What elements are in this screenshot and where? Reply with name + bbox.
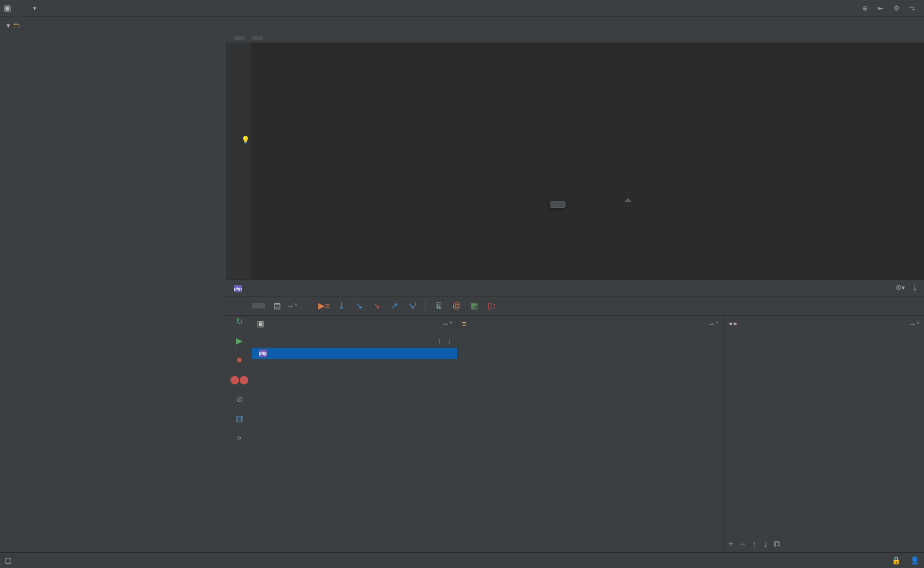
resume-icon[interactable]: ▶ bbox=[234, 335, 245, 346]
tree-root[interactable]: ▼ 🗀 bbox=[0, 18, 226, 33]
collapse-all-icon[interactable]: ⇤ bbox=[876, 4, 885, 13]
arrow-right-icon[interactable]: →* bbox=[441, 320, 452, 329]
frames-panel: ▣ →* ↑ ↓ php bbox=[252, 316, 457, 553]
watch-up-icon[interactable]: ↑ bbox=[752, 539, 756, 550]
frame-down-icon[interactable]: ↓ bbox=[447, 336, 451, 346]
watches-toolbar: + − ↑ ↓ ⧉ bbox=[723, 536, 924, 552]
force-step-into-icon[interactable]: ↘ bbox=[372, 301, 382, 311]
watches-panel: 👓 →* + − ↑ ↓ ⧉ bbox=[723, 316, 924, 553]
evaluate-expression-icon[interactable]: 🖩 bbox=[434, 301, 444, 311]
show-execution-point-icon[interactable]: ▶≡ bbox=[319, 301, 329, 311]
add-watch-icon[interactable]: + bbox=[728, 539, 734, 550]
chevron-down-icon[interactable]: ▼ bbox=[4, 20, 13, 31]
lock-icon[interactable]: 🔒 bbox=[892, 556, 901, 565]
arrow-right-icon[interactable]: →* bbox=[908, 320, 919, 329]
project-tree[interactable]: ▼ 🗀 bbox=[0, 17, 226, 552]
tab-console[interactable]: ▤→* bbox=[267, 298, 304, 314]
arrow-right-icon: →* bbox=[286, 302, 298, 310]
mute-breakpoints-icon[interactable]: ⊘ bbox=[234, 393, 245, 405]
download-icon[interactable]: ⭳ bbox=[910, 283, 919, 292]
folder-icon: 🗀 bbox=[13, 18, 20, 33]
step-over-icon[interactable]: ⤓ bbox=[337, 301, 347, 311]
php-file-icon: php bbox=[234, 283, 245, 292]
step-out-icon[interactable]: ↗ bbox=[389, 301, 400, 311]
breadcrumb-segment[interactable] bbox=[252, 36, 263, 40]
watches-icon: 👓 bbox=[728, 319, 738, 329]
step-into-icon[interactable]: ↘ bbox=[354, 301, 365, 311]
editor-gutter[interactable] bbox=[226, 42, 251, 279]
at-icon[interactable]: @ bbox=[452, 301, 462, 311]
more-icon[interactable]: » bbox=[234, 432, 245, 443]
debug-left-toolbar: ↻ ▶ ■ ⬤⬤ ⊘ ▥ » bbox=[226, 316, 252, 553]
settings-toggle-icon[interactable]: ▦ bbox=[469, 301, 480, 311]
toolwindow-toggle-icon[interactable]: ▢ bbox=[5, 556, 12, 564]
layout-icon[interactable]: ▥ bbox=[234, 413, 245, 424]
project-icon: ▣ bbox=[4, 3, 11, 13]
gear-icon[interactable]: ⚙ bbox=[892, 4, 901, 13]
frame-row[interactable]: php bbox=[252, 348, 457, 359]
arrow-right-icon[interactable]: →* bbox=[707, 320, 718, 329]
frames-icon: ▣ bbox=[257, 319, 264, 329]
php-file-icon: php bbox=[259, 350, 267, 357]
code-editor[interactable]: 💡 bbox=[226, 42, 924, 279]
remove-watch-icon[interactable]: − bbox=[740, 539, 746, 550]
project-toolwindow-header: ▣ ▾ ⊕ ⇤ ⚙ ⥃ bbox=[0, 0, 924, 17]
stop-icon[interactable]: ■ bbox=[234, 355, 245, 366]
watch-down-icon[interactable]: ↓ bbox=[763, 539, 767, 550]
inline-value-tooltip bbox=[550, 201, 565, 208]
tab-debugger[interactable] bbox=[252, 303, 265, 308]
debug-toolwindow-header: php ⚙▾ ⭳ bbox=[226, 279, 924, 296]
console-icon: ▤ bbox=[274, 302, 281, 310]
sort-icon[interactable]: ▯↕ bbox=[487, 301, 497, 311]
copy-watch-icon[interactable]: ⧉ bbox=[774, 539, 780, 550]
locate-icon[interactable]: ⊕ bbox=[860, 4, 869, 13]
project-view-selector[interactable]: ▣ ▾ bbox=[4, 3, 36, 13]
chevron-down-icon: ▾ bbox=[33, 5, 36, 12]
breadcrumb bbox=[226, 33, 924, 42]
editor-tabs bbox=[226, 17, 924, 33]
intention-bulb-icon[interactable]: 💡 bbox=[241, 135, 250, 145]
breadcrumb-segment[interactable] bbox=[234, 36, 245, 40]
view-breakpoints-icon[interactable]: ⬤⬤ bbox=[234, 374, 245, 385]
rerun-icon[interactable]: ↻ bbox=[234, 316, 245, 327]
variables-panel: ≡ →* bbox=[457, 316, 723, 553]
hide-icon[interactable]: ⥃ bbox=[907, 4, 917, 13]
frame-up-icon[interactable]: ↑ bbox=[438, 336, 442, 346]
hector-icon[interactable]: 👤 bbox=[910, 556, 919, 565]
variables-icon: ≡ bbox=[462, 320, 467, 329]
run-to-cursor-icon[interactable]: ↘ᴵ bbox=[407, 301, 417, 311]
status-bar: ▢ 🔒 👤 bbox=[0, 552, 924, 568]
debug-tabs-row: ▤→* ▶≡ ⤓ ↘ ↘ ↗ ↘ᴵ 🖩 @ ▦ ▯↕ bbox=[226, 296, 924, 315]
gear-icon[interactable]: ⚙▾ bbox=[895, 283, 905, 292]
